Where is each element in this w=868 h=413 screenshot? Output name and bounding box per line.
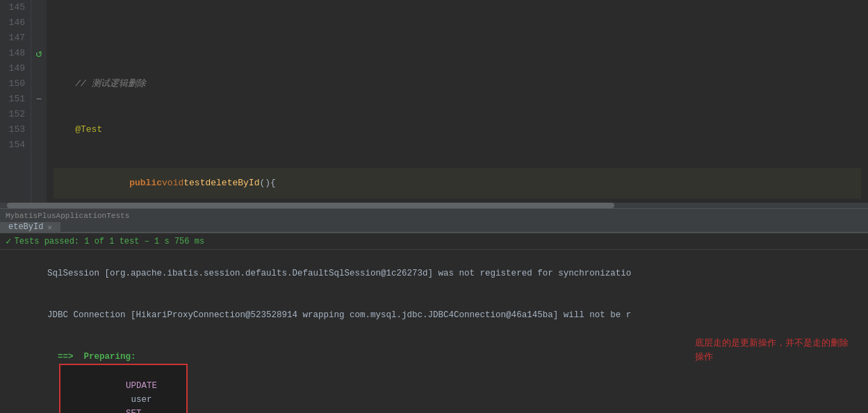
console-line-2: JDBC Connection [HikariProxyConnection@5… <box>6 294 862 336</box>
horizontal-scrollbar[interactable] <box>0 203 868 208</box>
console-line-1: SqlSession [org.apache.ibatis.session.de… <box>6 253 862 294</box>
bottom-panel: ✓ Tests passed: 1 of 1 test – 1 s 756 ms… <box>0 233 868 413</box>
sql-block: ==> Preparing: UPDATE user SET deleted=1… <box>6 336 862 413</box>
file-path-label: MybatisPlusApplicationTests <box>6 212 129 220</box>
code-line-145 <box>54 31 861 46</box>
line-numbers: 145 146 147 148 149 150 151 152 153 154 <box>0 0 31 203</box>
gutter: ↺ − <box>31 0 47 203</box>
tab-label: eteById <box>8 222 43 232</box>
console-output: SqlSession [org.apache.ibatis.session.de… <box>0 250 868 413</box>
tab-close-icon[interactable]: ✕ <box>47 223 52 232</box>
code-line-148: public void testdeleteById(){ <box>54 168 861 199</box>
run-test-icon[interactable]: ↺ <box>31 46 47 61</box>
file-path-bar: MybatisPlusApplicationTests <box>0 208 868 222</box>
test-pass-text: Tests passed: 1 of 1 test – 1 s 756 ms <box>14 237 204 246</box>
editor-tab-bar: eteById ✕ <box>0 222 868 233</box>
code-line-147: @Test <box>54 122 861 137</box>
test-result-bar: ✓ Tests passed: 1 of 1 test – 1 s 756 ms <box>0 233 868 250</box>
annotation-text: 底层走的是更新操作，并不是走的删除 操作 <box>695 336 849 364</box>
collapse-icon[interactable]: − <box>31 92 47 107</box>
tab-etebyid[interactable]: eteById ✕ <box>0 222 61 232</box>
code-content: // 测试逻辑删除 @Test public void testdeleteBy… <box>47 0 868 203</box>
pass-icon: ✓ <box>6 235 11 247</box>
code-line-146: // 测试逻辑删除 <box>54 76 861 92</box>
